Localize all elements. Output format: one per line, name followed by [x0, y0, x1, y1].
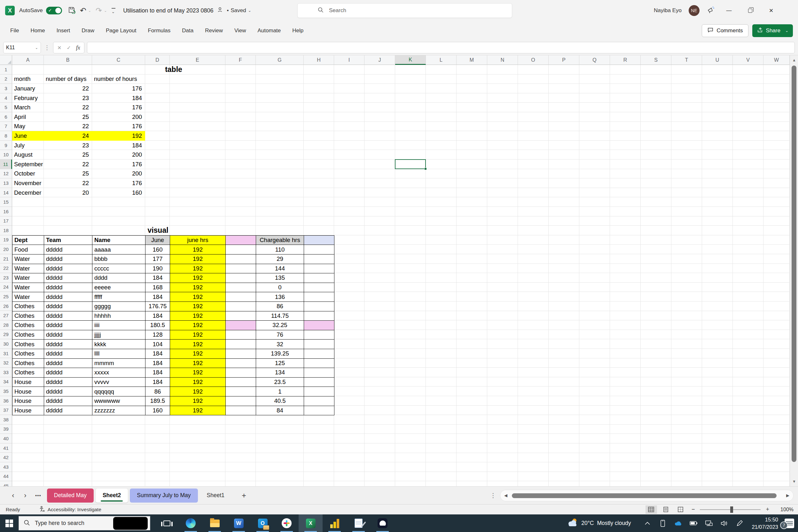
column-header-E[interactable]: E — [170, 55, 225, 65]
taskbar-app-outlook[interactable] — [251, 514, 274, 532]
taskbar-app-explorer[interactable] — [203, 514, 227, 532]
month-cell[interactable]: April — [12, 112, 44, 122]
visual-cell[interactable]: 192 — [170, 254, 226, 264]
horizontal-scrollbar[interactable]: ◀ ▶ — [500, 490, 794, 501]
ribbon-tab-review[interactable]: Review — [204, 25, 224, 36]
visual-cell[interactable]: 184 — [145, 292, 170, 302]
sheet-nav-right-icon[interactable]: › — [20, 491, 30, 500]
zoom-in-icon[interactable]: + — [764, 506, 771, 513]
month-cell[interactable]: June — [12, 131, 44, 141]
days-cell[interactable]: 23 — [44, 93, 92, 103]
visual-cell[interactable]: 192 — [170, 320, 226, 330]
hours-cell[interactable]: 192 — [92, 131, 145, 141]
search-bar[interactable]: Search — [297, 3, 512, 18]
column-header-S[interactable]: S — [641, 55, 671, 65]
name-box[interactable]: K11 ⌄ — [3, 42, 41, 53]
month-cell[interactable]: July — [12, 141, 44, 150]
days-cell[interactable]: 24 — [44, 131, 92, 141]
visual-cell[interactable]: 125 — [256, 358, 304, 368]
visual-cell[interactable]: ccccc — [92, 264, 146, 274]
visual-cell[interactable]: ddddd — [44, 254, 92, 264]
column-header-J[interactable]: J — [364, 55, 395, 65]
visual-cell[interactable] — [225, 339, 256, 349]
taskbar-app-taskview[interactable] — [155, 514, 179, 532]
visual-cell[interactable]: 192 — [170, 292, 226, 302]
visual-cell[interactable]: 184 — [145, 368, 170, 378]
visual-cell[interactable]: ddddd — [44, 396, 92, 406]
visual-cell[interactable] — [304, 368, 335, 378]
minimize-button[interactable]: — — [722, 3, 736, 18]
visual-cell[interactable] — [304, 283, 335, 292]
visual-cell[interactable]: 192 — [170, 264, 226, 274]
visual-cell[interactable] — [304, 273, 335, 283]
visual-cell[interactable] — [304, 349, 335, 359]
clock-widget[interactable]: 15:50 21/07/2023 — [752, 516, 778, 530]
visual-cell[interactable]: 184 — [145, 273, 170, 283]
visual-cell[interactable] — [304, 339, 335, 349]
hours-cell[interactable]: 176 — [92, 159, 145, 169]
visual-cell[interactable]: ddddd — [44, 339, 92, 349]
zoom-slider[interactable] — [700, 509, 761, 510]
user-name[interactable]: Nayiba Eyo — [654, 7, 682, 14]
taskbar-app-slack[interactable] — [274, 514, 299, 532]
scroll-left-icon[interactable]: ◀ — [504, 493, 507, 498]
row-header-42[interactable]: 42 — [0, 453, 12, 462]
days-cell[interactable]: 22 — [44, 178, 92, 188]
tabbar-grip-icon[interactable]: ⋮ — [490, 492, 496, 499]
visual-cell[interactable] — [225, 245, 256, 254]
visual-cell[interactable]: Clothes — [12, 302, 44, 311]
phone-icon[interactable] — [659, 519, 667, 527]
row-header-44[interactable]: 44 — [0, 472, 12, 481]
row-header-4[interactable]: 4 — [0, 93, 12, 103]
autosave-toggle[interactable]: ✓ — [46, 7, 62, 14]
ribbon-tab-draw[interactable]: Draw — [81, 25, 95, 36]
sheet-list-icon[interactable]: ••• — [35, 493, 41, 498]
visual-cell[interactable] — [225, 377, 256, 387]
visual-cell[interactable]: 40.5 — [256, 396, 304, 406]
visual-cell[interactable]: 184 — [145, 311, 170, 321]
zoom-slider-thumb[interactable] — [730, 507, 733, 513]
page-layout-view-button[interactable] — [660, 506, 672, 514]
visual-cell[interactable]: wwwwww — [92, 396, 146, 406]
visual-cell[interactable]: xxxxx — [92, 368, 146, 378]
visual-cell[interactable]: ddddd — [44, 349, 92, 359]
undo-chevron-icon[interactable]: ⌄ — [88, 8, 91, 13]
vertical-scroll-thumb[interactable] — [792, 65, 796, 462]
visual-cell[interactable]: 184 — [145, 377, 170, 387]
start-button[interactable] — [0, 514, 19, 532]
scroll-down-icon[interactable]: ▼ — [790, 479, 798, 484]
visual-cell[interactable]: 190 — [145, 264, 170, 274]
add-sheet-button[interactable]: + — [242, 491, 246, 500]
enter-icon[interactable]: ✓ — [66, 45, 71, 51]
column-header-M[interactable]: M — [457, 55, 487, 65]
visual-cell[interactable]: ddddd — [44, 330, 92, 340]
days-cell[interactable]: 22 — [44, 122, 92, 131]
hours-cell[interactable]: 176 — [92, 84, 145, 93]
column-header-Q[interactable]: Q — [579, 55, 610, 65]
visual-cell[interactable]: ddddd — [44, 292, 92, 302]
column-header-P[interactable]: P — [549, 55, 579, 65]
visual-cell[interactable]: 192 — [170, 339, 226, 349]
visual-cell[interactable] — [225, 283, 256, 292]
visual-cell[interactable] — [304, 358, 335, 368]
visual-cell[interactable] — [225, 396, 256, 406]
visual-cell[interactable] — [225, 302, 256, 311]
column-header-R[interactable]: R — [610, 55, 641, 65]
column-header-W[interactable]: W — [763, 55, 790, 65]
hours-cell[interactable]: 200 — [92, 112, 145, 122]
sheet-nav-left-icon[interactable]: ‹ — [8, 491, 18, 500]
visual-cell[interactable]: 84 — [256, 406, 304, 416]
visual-cell[interactable] — [304, 264, 335, 274]
visual-cell[interactable] — [225, 368, 256, 378]
hours-cell[interactable]: 184 — [92, 141, 145, 150]
visual-cell[interactable] — [225, 292, 256, 302]
visual-cell[interactable]: Clothes — [12, 368, 44, 378]
visual-cell[interactable] — [225, 254, 256, 264]
visual-cell[interactable]: 135 — [256, 273, 304, 283]
month-table-header[interactable]: number of days — [44, 75, 92, 84]
visual-cell[interactable]: 168 — [145, 283, 170, 292]
normal-view-button[interactable] — [646, 506, 657, 514]
visual-cell[interactable]: ddddd — [44, 358, 92, 368]
visual-cell[interactable]: 177 — [145, 254, 170, 264]
visual-cell[interactable]: Clothes — [12, 330, 44, 340]
